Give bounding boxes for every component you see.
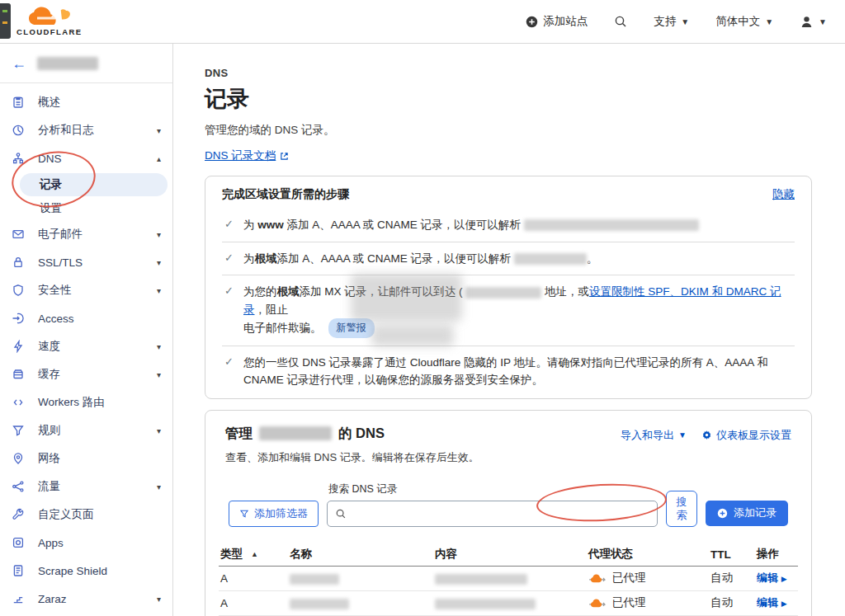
dns-search-field: 搜索 DNS 记录 (327, 482, 658, 527)
document-icon (12, 564, 25, 577)
zaraz-icon (12, 592, 25, 605)
column-header-name[interactable]: 名称 (290, 547, 435, 562)
cloudflare-logo[interactable]: CLOUDFLARE (17, 7, 82, 36)
ttl-value: 自动 (710, 571, 757, 585)
sidebar-item-access[interactable]: Access (0, 304, 172, 332)
sidebar-item-caching[interactable]: 缓存 ▾ (0, 360, 172, 388)
new-alert-badge: 新警报 (328, 318, 375, 337)
manage-title-pre: 管理 (225, 425, 253, 443)
apps-icon (12, 536, 25, 549)
column-header-content[interactable]: 内容 (435, 547, 588, 562)
table-row: A 已代理 自动 编辑 ▶ (219, 591, 798, 616)
user-icon (800, 15, 814, 29)
proxied-cloud-icon (588, 572, 606, 585)
search-dns-label: 搜索 DNS 记录 (328, 482, 658, 496)
filter-icon (239, 509, 249, 519)
proxy-status-label: 已代理 (612, 571, 646, 585)
lightning-icon (12, 340, 25, 353)
checklist-text: 为 (243, 252, 255, 265)
column-header-type[interactable]: 类型▲ (220, 547, 290, 562)
manage-dns-header: 管理 的 DNS 导入和导出 ▼ 仪表板显示设置 (219, 425, 798, 443)
header-actions: 添加站点 支持 ▼ 简体中文 ▼ ▼ (526, 14, 845, 29)
column-header-ttl[interactable]: TTL (710, 548, 757, 561)
column-header-actions: 操作 (757, 547, 796, 562)
section-eyebrow: DNS (205, 67, 812, 79)
checklist-header: 完成区域设置所需的步骤 隐藏 (222, 187, 795, 202)
sidebar-item-overview[interactable]: 概述 (0, 88, 172, 116)
blurred-text (465, 287, 541, 299)
hide-checklist-link[interactable]: 隐藏 (772, 187, 795, 202)
search-button[interactable]: 搜 索 (666, 491, 697, 527)
sidebar-item-apps[interactable]: Apps (0, 529, 172, 557)
sidebar-item-traffic[interactable]: 流量 ▾ (0, 473, 172, 501)
sidebar-item-label: Zaraz (38, 593, 67, 605)
search-dns-input[interactable] (352, 506, 649, 520)
sidebar-item-analytics[interactable]: 分析和日志 ▾ (0, 116, 172, 144)
sidebar-item-email[interactable]: 电子邮件 ▾ (0, 220, 172, 248)
sidebar-item-label: Access (38, 313, 74, 325)
manage-dns-description: 查看、添加和编辑 DNS 记录。编辑将在保存后生效。 (219, 450, 798, 465)
chevron-down-icon: ▾ (157, 286, 161, 295)
gear-icon (701, 430, 712, 440)
sidebar-item-label: Workers 路由 (38, 395, 105, 410)
dns-records-table: 类型▲ 名称 内容 代理状态 TTL 操作 A 已代理 自动 编 (219, 543, 798, 616)
sidebar-item-zaraz[interactable]: Zaraz ▾ (0, 585, 172, 613)
add-site-button[interactable]: 添加站点 (526, 14, 588, 29)
cloudflare-cloud-icon (26, 7, 73, 28)
sidebar-item-dns-records[interactable]: 记录 (20, 173, 168, 196)
checklist-text-bold: 根域 (277, 285, 300, 298)
account-menu[interactable]: ▼ (800, 15, 827, 29)
sidebar-item-dns[interactable]: DNS ▴ (0, 144, 172, 172)
logo-wordmark: CLOUDFLARE (17, 27, 82, 36)
back-to-sites[interactable]: ← (0, 44, 172, 83)
dashboard-display-settings-link[interactable]: 仪表板显示设置 (701, 428, 791, 443)
dns-docs-link-label: DNS 记录文档 (205, 148, 276, 163)
plus-circle-icon (717, 508, 728, 519)
sidebar-item-label: 速度 (38, 339, 60, 354)
add-site-label: 添加站点 (543, 14, 588, 29)
chevron-right-icon: ▶ (781, 600, 787, 608)
sidebar-item-ssl-tls[interactable]: SSL/TLS ▾ (0, 248, 172, 276)
proxied-cloud-icon (588, 597, 606, 609)
display-settings-label: 仪表板显示设置 (716, 428, 791, 443)
search-input-box[interactable] (327, 501, 658, 527)
add-filter-button[interactable]: 添加筛选器 (229, 501, 319, 527)
support-menu[interactable]: 支持 ▼ (654, 14, 689, 29)
manage-dns-title: 管理 的 DNS (225, 425, 385, 443)
sidebar-item-workers-routes[interactable]: Workers 路由 (0, 388, 172, 416)
edit-record-button[interactable]: 编辑 ▶ (757, 571, 787, 584)
sidebar-item-network[interactable]: 网络 (0, 444, 172, 473)
import-export-menu[interactable]: 导入和导出 ▼ (621, 428, 687, 443)
add-record-button[interactable]: 添加记录 (706, 501, 788, 526)
column-header-proxy-status[interactable]: 代理状态 (588, 547, 710, 562)
search-icon[interactable] (614, 15, 627, 28)
sidebar-item-label: Scrape Shield (38, 565, 107, 577)
funnel-icon (12, 424, 25, 437)
checklist-text: 电子邮件欺骗。 (243, 322, 322, 334)
blurred-record-name (290, 574, 339, 585)
sidebar-item-label: SSL/TLS (38, 256, 83, 269)
access-icon (12, 312, 25, 325)
wrench-icon (12, 508, 25, 521)
sidebar-item-rules[interactable]: 规则 ▾ (0, 416, 172, 444)
sidebar-item-security[interactable]: 安全性 ▾ (0, 276, 172, 304)
blurred-text (524, 219, 699, 231)
sidebar-item-label: 分析和日志 (38, 123, 94, 138)
language-menu[interactable]: 简体中文 ▼ (715, 14, 773, 29)
chevron-down-icon: ▼ (678, 430, 687, 440)
sidebar-item-speed[interactable]: 速度 ▾ (0, 332, 172, 360)
manage-title-post: 的 DNS (338, 425, 385, 443)
checklist-text-bold: www (257, 219, 284, 231)
dns-icon (12, 152, 25, 165)
sidebar-item-custom-pages[interactable]: 自定义页面 (0, 501, 172, 529)
sidebar-item-dns-settings[interactable]: 设置 (0, 197, 172, 220)
dns-docs-link[interactable]: DNS 记录文档 (205, 148, 289, 163)
proxy-status-label: 已代理 (612, 595, 646, 610)
sidebar-item-label: 自定义页面 (38, 507, 94, 522)
cache-icon (12, 368, 25, 381)
edit-record-button[interactable]: 编辑 ▶ (757, 596, 787, 609)
chevron-down-icon: ▼ (819, 17, 827, 26)
sidebar-item-label: 网络 (38, 451, 60, 466)
sidebar-item-scrape-shield[interactable]: Scrape Shield (0, 557, 172, 585)
checklist-text: ，阻止 (255, 303, 289, 316)
